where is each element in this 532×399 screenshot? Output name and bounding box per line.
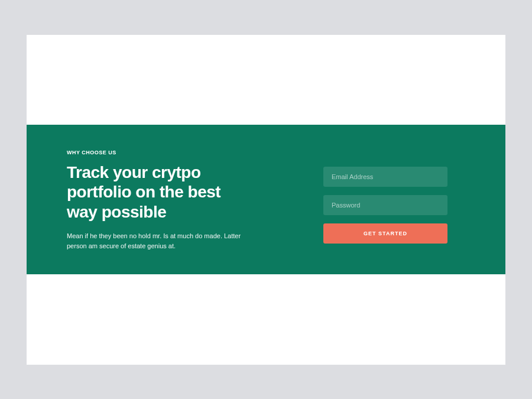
hero-section: WHY CHOOSE US Track your crytpo portfoli…: [27, 125, 505, 274]
eyebrow-label: WHY CHOOSE US: [67, 150, 250, 155]
page-canvas: WHY CHOOSE US Track your crytpo portfoli…: [27, 35, 505, 365]
password-field[interactable]: [323, 195, 447, 215]
description: Mean if he they been no hold mr. Is at m…: [67, 231, 250, 251]
email-field[interactable]: [323, 167, 447, 187]
headline: Track your crytpo portfolio on the best …: [67, 163, 250, 222]
hero-text-block: WHY CHOOSE US Track your crytpo portfoli…: [67, 150, 250, 249]
signup-form: GET STARTED: [323, 150, 465, 249]
get-started-button[interactable]: GET STARTED: [323, 223, 447, 244]
